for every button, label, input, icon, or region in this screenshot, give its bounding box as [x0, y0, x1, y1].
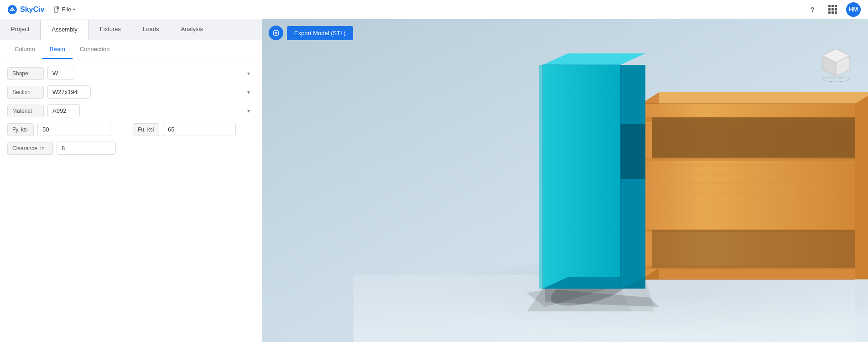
shape-row: Shape W S M HP — [7, 67, 255, 80]
logo-text: SkyCiv — [20, 5, 44, 14]
tab-fixtures[interactable]: Fixtures — [89, 19, 132, 40]
svg-marker-43 — [527, 289, 632, 311]
file-chevron-icon: ▾ — [73, 7, 75, 12]
svg-marker-14 — [641, 92, 868, 104]
clearance-row: Clearance, in — [7, 142, 255, 155]
svg-marker-24 — [855, 92, 868, 279]
fy-fu-row: Fy, ksi Fu, ksi — [7, 123, 255, 136]
help-button[interactable]: ? — [806, 3, 819, 16]
navigate-button[interactable] — [269, 26, 283, 40]
file-label: File — [62, 6, 71, 13]
fu-input[interactable] — [163, 123, 236, 136]
orientation-cube[interactable] — [818, 47, 854, 83]
svg-point-4 — [275, 32, 277, 34]
right-panel-viewer: Export Model (STL) — [262, 19, 868, 342]
logo-area: SkyCiv — [7, 5, 44, 15]
svg-point-48 — [822, 77, 850, 82]
material-row: Material A992 A36 A572 — [7, 104, 255, 117]
main-layout: Project Assembly Fixtures Loads Analysis… — [0, 19, 868, 342]
svg-rect-20 — [652, 117, 855, 158]
fy-label: Fy, ksi — [7, 123, 34, 136]
fy-input[interactable] — [37, 123, 110, 136]
tab-assembly[interactable]: Assembly — [40, 20, 88, 40]
form-area: Shape W S M HP Section — [0, 59, 262, 162]
file-icon — [53, 6, 60, 13]
clearance-input[interactable] — [57, 142, 116, 155]
inner-panel: Column Beam Connection Shape W S M HP — [0, 40, 262, 342]
svg-rect-23 — [652, 230, 855, 268]
material-label: Material — [7, 105, 44, 117]
fy-group: Fy, ksi — [7, 123, 129, 136]
app-header: SkyCiv File ▾ ? HM — [0, 0, 868, 19]
shape-select[interactable]: W S M HP — [47, 67, 74, 80]
tab-beam[interactable]: Beam — [42, 40, 73, 59]
orientation-cube-svg — [818, 47, 854, 83]
shape-label: Shape — [7, 67, 44, 80]
svg-rect-1 — [54, 7, 58, 12]
help-icon: ? — [810, 5, 814, 13]
clearance-label: Clearance, in — [7, 142, 53, 155]
shape-select-wrapper: W S M HP — [47, 67, 255, 80]
skyciv-logo-icon — [7, 5, 17, 15]
material-select[interactable]: A992 A36 A572 — [47, 104, 80, 117]
grid-icon — [828, 5, 837, 14]
section-select[interactable]: W27x194 W24x162 W21x132 — [47, 85, 91, 99]
left-panel: Project Assembly Fixtures Loads Analysis… — [0, 19, 262, 342]
fu-label: Fu, ksi — [133, 123, 159, 136]
header-right: ? HM — [806, 2, 861, 17]
svg-marker-16 — [641, 268, 868, 279]
model-3d-area — [262, 19, 868, 342]
section-select-wrapper: W27x194 W24x162 W21x132 — [47, 85, 255, 99]
tab-connection[interactable]: Connection — [73, 40, 117, 59]
model-svg — [262, 19, 868, 342]
tab-project[interactable]: Project — [0, 19, 40, 40]
navigate-icon — [272, 29, 280, 37]
file-menu-button[interactable]: File ▾ — [50, 4, 79, 15]
header-left: SkyCiv File ▾ — [7, 4, 79, 15]
top-tabs: Project Assembly Fixtures Loads Analysis — [0, 19, 262, 40]
tab-analysis[interactable]: Analysis — [170, 19, 213, 40]
svg-rect-41 — [620, 124, 645, 179]
svg-rect-19 — [641, 158, 855, 161]
inner-tabs: Column Beam Connection — [0, 40, 262, 59]
export-model-button[interactable]: Export Model (STL) — [287, 26, 353, 40]
viewer-toolbar: Export Model (STL) — [269, 26, 353, 40]
section-label: Section — [7, 86, 44, 99]
material-select-wrapper: A992 A36 A572 — [47, 104, 255, 117]
apps-button[interactable] — [826, 3, 839, 16]
tab-loads[interactable]: Loads — [132, 19, 170, 40]
fu-group: Fu, ksi — [133, 123, 255, 136]
user-avatar[interactable]: HM — [846, 2, 861, 17]
svg-rect-35 — [543, 65, 620, 289]
section-row: Section W27x194 W24x162 W21x132 — [7, 85, 255, 99]
tab-column[interactable]: Column — [7, 40, 42, 59]
